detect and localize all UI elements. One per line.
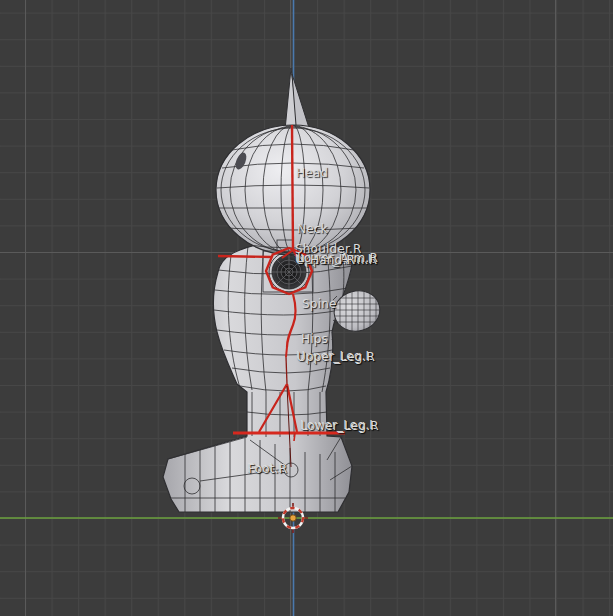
scene-svg	[0, 0, 613, 616]
shoulder-joint-blob	[269, 252, 309, 292]
bone-hips[interactable]	[286, 347, 287, 357]
bone-foot-stub[interactable]	[294, 433, 295, 441]
3d-viewport[interactable]: HeadNeckShoulder.RUpper_Arm.LUpper_Arm.R…	[0, 0, 613, 616]
bone-shoulder[interactable]	[218, 256, 272, 257]
cursor-center-dot	[290, 515, 296, 521]
bone-head[interactable]	[292, 125, 293, 250]
